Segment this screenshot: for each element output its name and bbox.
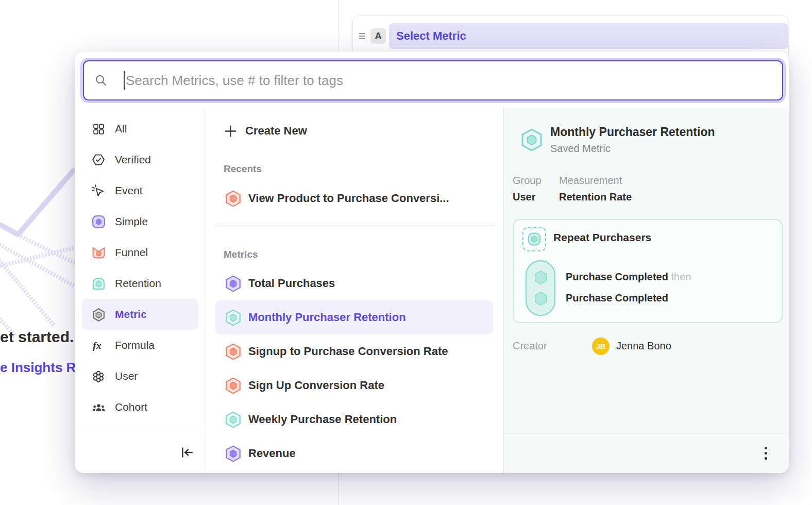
creator-name: Jenna Bono [616,340,671,352]
metric-item-label: Sign Up Conversion Rate [248,379,384,392]
metric-item-label: Monthly Purchaser Retention [248,311,406,324]
select-metric-button[interactable]: Select Metric [389,23,788,49]
sidebar-item-label: Retention [115,277,161,290]
sidebar-item-event[interactable]: Event [82,175,198,206]
sidebar-item-label: Metric [115,308,147,321]
step-connector: then [671,271,691,282]
avatar: JB [592,338,610,355]
metric-detail-panel: Monthly Purchaser Retention Saved Metric… [503,108,789,473]
verified-badge-icon [91,153,106,166]
grid-icon [91,123,106,136]
metric-hexagon-icon [225,190,241,207]
create-new-button[interactable]: Create New [206,115,503,146]
metric-item-monthly-purchaser-retention[interactable]: Monthly Purchaser Retention [215,300,493,334]
definition-step-1: Purchase Completed then [566,271,691,283]
decorative-chart-lines [0,166,77,341]
sidebar-item-cohort[interactable]: Cohort [82,392,198,423]
metric-item-label: Total Purchases [248,277,335,290]
measurement-label: Measurement [559,174,632,187]
metric-definition-card: Repeat Purchasers Purchase Completed the… [513,219,783,323]
metric-item-sign-up-conversion-rate[interactable]: Sign Up Conversion Rate [215,368,493,402]
steps-capsule [526,260,555,316]
metric-item-total-purchases[interactable]: Total Purchases [215,266,493,300]
step-hexagon-icon [533,270,548,285]
plus-icon [224,124,238,138]
retention-icon [91,277,106,291]
metric-hexagon-icon [225,445,241,462]
metric-hexagon-icon [225,309,241,326]
search-icon [94,74,108,87]
select-metric-label: Select Metric [396,29,466,43]
sidebar-item-retention[interactable]: Retention [82,268,198,299]
definition-icon-box [522,227,546,251]
metric-list-panel: Create New Recents View Product to Purch… [206,108,504,473]
sidebar-item-all[interactable]: All [82,113,198,144]
metric-item-label: Weekly Purchase Retention [248,413,397,426]
metric-hexagon-icon [91,308,106,322]
metrics-heading: Metrics [206,240,503,260]
funnel-icon [91,246,106,260]
filter-sidebar: All Verified [75,108,206,473]
sidebar-item-label: Funnel [115,246,148,259]
detail-subtitle: Saved Metric [550,141,715,156]
sidebar-item-label: Simple [115,215,148,228]
metric-picker-modal: All Verified [75,52,789,473]
background-insights-link[interactable]: e Insights Re [0,360,83,376]
metric-row: A Select Metric [357,23,788,49]
detail-title: Monthly Purchaser Retention [550,124,715,140]
sidebar-item-label: Cohort [115,401,147,413]
definition-name: Repeat Purchasers [553,231,651,244]
sidebar-item-label: Verified [115,154,151,166]
metric-item-label: View Product to Purchase Conversi... [248,192,449,205]
background-heading: et started. [0,328,74,346]
metric-item-label: Signup to Purchase Conversion Rate [248,345,448,358]
sidebar-item-simple[interactable]: Simple [82,206,198,237]
step-hexagon-icon [533,291,548,307]
cohort-people-icon [91,400,106,414]
drag-handle-icon[interactable] [357,33,366,39]
metric-item-weekly-purchase-retention[interactable]: Weekly Purchase Retention [215,402,493,436]
recents-heading: Recents [206,154,503,175]
detail-footer [504,433,789,473]
event-cursor-icon [91,184,106,197]
sidebar-item-formula[interactable]: fx Formula [82,330,198,361]
metric-item-revenue[interactable]: Revenue [215,436,493,470]
definition-step-2: Purchase Completed [566,292,668,304]
sidebar-item-funnel[interactable]: Funnel [82,237,198,268]
metric-hexagon-icon [225,343,241,360]
formula-icon: fx [91,339,106,352]
metric-hexagon-icon [225,377,241,394]
sidebar-item-user[interactable]: User [82,361,198,392]
sidebar-item-label: Event [115,184,143,197]
search-input[interactable] [126,73,773,89]
metric-item-label: Revenue [248,447,296,460]
retention-step-icon [527,232,542,246]
group-value: User [513,190,559,204]
sidebar-item-metric[interactable]: Metric [82,299,198,330]
create-new-label: Create New [245,124,307,138]
metric-hexagon-icon [225,411,241,428]
search-box [83,60,783,100]
sidebar-item-label: Formula [115,339,155,351]
user-cluster-icon [91,369,106,383]
section-divider [215,224,493,224]
kebab-menu-icon[interactable] [762,444,770,463]
group-label: Group [513,174,559,187]
sidebar-item-label: User [115,370,138,382]
simple-metric-icon [91,215,106,229]
measurement-value: Retention Rate [559,190,632,204]
sidebar-footer [75,431,206,473]
row-letter-badge: A [370,28,386,44]
detail-meta: Group Measurement User Retention Rate [513,174,632,204]
creator-label: Creator [513,340,547,352]
text-caret [124,71,125,90]
metric-item-signup-to-purchase-conversion-rate[interactable]: Signup to Purchase Conversion Rate [215,334,493,368]
metric-hexagon-icon [521,128,543,152]
sidebar-item-label: All [115,123,127,135]
svg-text:fx: fx [93,339,102,350]
metric-hexagon-icon [225,275,241,292]
collapse-sidebar-icon[interactable] [180,445,194,460]
recent-metric-item[interactable]: View Product to Purchase Conversi... [215,183,493,214]
query-builder-card: A Select Metric [352,15,789,57]
sidebar-item-verified[interactable]: Verified [82,144,198,175]
